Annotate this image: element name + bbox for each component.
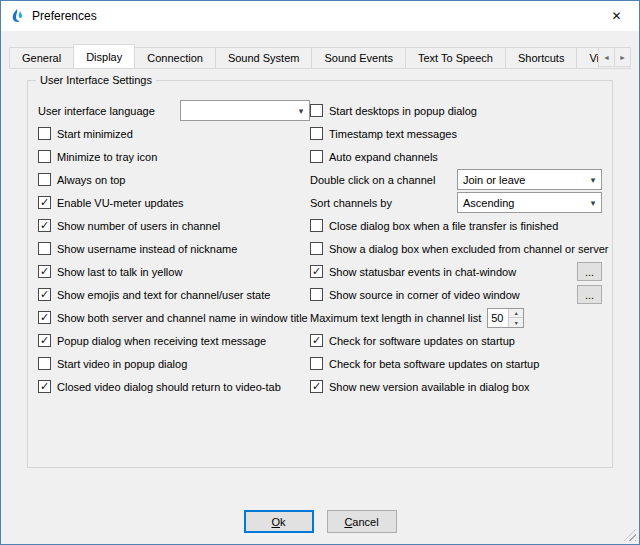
ok-button[interactable]: Ok <box>244 510 314 533</box>
titlebar[interactable]: Preferences ✕ <box>1 1 639 31</box>
checkbox-label: Enable VU-meter updates <box>57 197 184 209</box>
checkbox-auto-expand-channels[interactable]: Auto expand channels <box>310 145 602 168</box>
checkbox-label: Show number of users in channel <box>57 220 220 232</box>
checkbox-excluded-dialog[interactable]: Show a dialog box when excluded from cha… <box>310 237 602 260</box>
checkbox[interactable] <box>38 242 51 255</box>
checkbox[interactable]: ✓ <box>38 265 51 278</box>
tab-label: Shortcuts <box>518 52 564 64</box>
tab-general[interactable]: General <box>9 47 74 68</box>
checkmark-icon: ✓ <box>40 381 49 392</box>
tab-display[interactable]: Display <box>73 44 135 69</box>
checkbox-check-beta-updates[interactable]: Check for beta software updates on start… <box>310 352 602 375</box>
checkbox[interactable]: ✓ <box>38 288 51 301</box>
checkbox[interactable] <box>310 150 323 163</box>
checkbox-close-filetransfer-dialog[interactable]: Close dialog box when a file transfer is… <box>310 214 602 237</box>
checkbox-timestamp-messages[interactable]: Timestamp text messages <box>310 122 602 145</box>
combobox-value: Join or leave <box>463 174 585 186</box>
max-text-length-spinbox[interactable]: 50 ▴ ▾ <box>487 308 524 328</box>
checkbox-label: Always on top <box>57 174 125 186</box>
checkbox-show-number-users[interactable]: ✓ Show number of users in channel <box>38 214 310 237</box>
checkbox[interactable] <box>310 219 323 232</box>
checkbox[interactable]: ✓ <box>38 311 51 324</box>
checkbox[interactable] <box>310 357 323 370</box>
checkbox-show-username[interactable]: Show username instead of nickname <box>38 237 310 260</box>
checkbox-minimize-to-tray[interactable]: Minimize to tray icon <box>38 145 310 168</box>
tab-label: Sound System <box>228 52 300 64</box>
double-click-label: Double click on a channel <box>310 174 435 186</box>
checkbox-start-video-popup[interactable]: Start video in popup dialog <box>38 352 310 375</box>
checkbox-label: Start video in popup dialog <box>57 358 187 370</box>
checkbox-label: Show both server and channel name in win… <box>57 312 308 324</box>
checkbox[interactable]: ✓ <box>310 265 323 278</box>
tab-text-to-speech[interactable]: Text To Speech <box>405 47 506 68</box>
tab-shortcuts[interactable]: Shortcuts <box>505 47 577 68</box>
tab-scroll-buttons: ◄ ► <box>599 47 631 67</box>
checkbox-show-emojis[interactable]: ✓ Show emojis and text for channel/user … <box>38 283 310 306</box>
tab-scroll-left-button[interactable]: ◄ <box>598 47 615 67</box>
tab-sound-events[interactable]: Sound Events <box>311 47 406 68</box>
checkbox-label: Closed video dialog should return to vid… <box>57 381 281 393</box>
sort-channels-combobox[interactable]: Ascending ▾ <box>457 192 602 213</box>
double-click-combobox[interactable]: Join or leave ▾ <box>457 169 602 190</box>
checkbox-label: Timestamp text messages <box>329 128 457 140</box>
checkbox[interactable] <box>310 104 323 117</box>
checkbox[interactable] <box>310 288 323 301</box>
checkmark-icon: ✓ <box>312 335 321 346</box>
checkbox[interactable] <box>310 242 323 255</box>
checkbox-label: Show emojis and text for channel/user st… <box>57 289 270 301</box>
statusbar-events-options-button[interactable]: ... <box>577 262 602 281</box>
ellipsis-label: ... <box>585 289 594 301</box>
checkbox-statusbar-events[interactable]: ✓ Show statusbar events in chat-window .… <box>310 260 602 283</box>
checkmark-icon: ✓ <box>40 335 49 346</box>
checkbox[interactable] <box>38 150 51 163</box>
checkbox-label: Minimize to tray icon <box>57 151 157 163</box>
app-icon <box>9 8 25 24</box>
checkbox[interactable] <box>310 127 323 140</box>
combobox-value: Ascending <box>463 197 585 209</box>
checkbox-always-on-top[interactable]: Always on top <box>38 168 310 191</box>
ellipsis-label: ... <box>585 266 594 278</box>
checkbox-start-minimized[interactable]: Start minimized <box>38 122 310 145</box>
checkbox-label: Show new version available in dialog box <box>329 381 530 393</box>
checkbox-closed-video-return[interactable]: ✓ Closed video dialog should return to v… <box>38 375 310 398</box>
tab-label: General <box>22 52 61 64</box>
checkbox-start-desktops-popup[interactable]: Start desktops in popup dialog <box>310 99 602 122</box>
tab-label: Display <box>86 51 122 63</box>
tab-connection[interactable]: Connection <box>134 47 216 68</box>
spinbox-buttons: ▴ ▾ <box>508 309 523 327</box>
checkbox-show-new-version[interactable]: ✓ Show new version available in dialog b… <box>310 375 602 398</box>
checkbox[interactable]: ✓ <box>38 196 51 209</box>
close-icon: ✕ <box>611 9 621 23</box>
video-source-options-button[interactable]: ... <box>577 285 602 304</box>
checkbox-label: Check for beta software updates on start… <box>329 358 539 370</box>
checkbox[interactable] <box>38 357 51 370</box>
language-combobox[interactable]: ▾ <box>180 100 310 121</box>
checkbox[interactable]: ✓ <box>310 334 323 347</box>
checkbox-label: Show source in corner of video window <box>329 289 520 301</box>
checkbox[interactable] <box>38 173 51 186</box>
checkbox[interactable]: ✓ <box>38 219 51 232</box>
checkmark-icon: ✓ <box>40 312 49 323</box>
cancel-button[interactable]: Cancel <box>327 510 397 533</box>
close-button[interactable]: ✕ <box>594 1 639 31</box>
spin-down-button[interactable]: ▾ <box>509 317 523 327</box>
chevron-down-icon: ▾ <box>585 175 601 185</box>
checkbox-check-updates[interactable]: ✓ Check for software updates on startup <box>310 329 602 352</box>
checkbox-last-talk-yellow[interactable]: ✓ Show last to talk in yellow <box>38 260 310 283</box>
checkbox-label: Show username instead of nickname <box>57 243 237 255</box>
checkbox-video-source-corner[interactable]: Show source in corner of video window ..… <box>310 283 602 306</box>
spin-up-button[interactable]: ▴ <box>509 309 523 318</box>
language-label: User interface language <box>38 105 155 117</box>
checkbox[interactable] <box>38 127 51 140</box>
checkbox[interactable]: ✓ <box>38 334 51 347</box>
checkbox[interactable]: ✓ <box>38 380 51 393</box>
spin-up-icon: ▴ <box>515 309 518 316</box>
checkbox-enable-vu-meter[interactable]: ✓ Enable VU-meter updates <box>38 191 310 214</box>
checkmark-icon: ✓ <box>40 289 49 300</box>
checkbox-popup-text-message[interactable]: ✓ Popup dialog when receiving text messa… <box>38 329 310 352</box>
tab-sound-system[interactable]: Sound System <box>215 47 313 68</box>
checkbox[interactable]: ✓ <box>310 380 323 393</box>
tab-scroll-right-button[interactable]: ► <box>614 47 631 67</box>
checkbox-server-channel-title[interactable]: ✓ Show both server and channel name in w… <box>38 306 310 329</box>
tab-bar: General Display Connection Sound System … <box>9 44 631 69</box>
